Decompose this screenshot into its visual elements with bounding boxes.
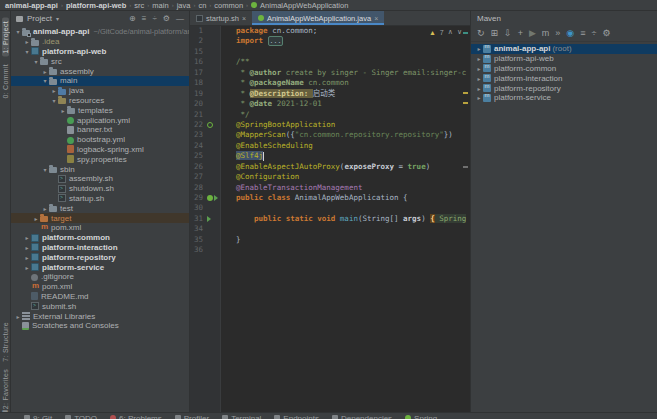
chevron-right-icon[interactable]: ▸ [23,234,31,241]
tree-row[interactable]: ▸.idea [11,37,189,47]
chevron-right-icon[interactable]: ▸ [59,107,67,114]
tool-window-button[interactable]: Terminal [222,414,261,419]
tree-row[interactable]: startup.sh [11,194,189,204]
chevron-down-icon[interactable]: ▾ [32,58,40,65]
breadcrumb-item[interactable]: java [177,1,191,10]
chevron-right-icon[interactable]: ▸ [475,75,483,82]
tool-window-button[interactable]: 9: Git [24,414,52,419]
tree-row[interactable]: ▸platform-interaction [11,243,189,253]
skip-tests-icon[interactable]: » [555,29,560,38]
chevron-down-icon[interactable]: ▾ [41,166,49,173]
close-icon[interactable]: × [242,15,246,22]
tool-window-button[interactable]: Endpoints [274,414,319,419]
download-sources-icon[interactable]: ⇩ [504,29,512,38]
tree-row[interactable]: ▾sbin [11,164,189,174]
tree-row[interactable]: ▸target [11,213,189,223]
editor-tab[interactable]: AnimalAppWebApplication.java× [252,11,384,25]
chevron-right-icon[interactable]: ▸ [14,313,22,320]
chevron-right-icon[interactable]: ▸ [475,85,483,92]
project-panel-title[interactable]: Project [27,14,52,23]
breadcrumb-item[interactable]: common [214,1,243,10]
tool-window-stripe-button[interactable]: 2: Favorites [2,369,9,409]
tree-row[interactable]: ▸assembly [11,66,189,76]
generate-sources-icon[interactable]: ⊞ [491,29,499,38]
tree-row[interactable]: ▸platform-service [11,262,189,272]
code-editor[interactable]: 1package cn.common;2import ...1516/**17 … [190,26,470,412]
locate-icon[interactable]: ⊕ [129,15,136,23]
tool-window-button[interactable]: Profiler [175,414,209,419]
offline-icon[interactable]: ◉ [566,29,574,38]
tree-row[interactable]: pom.xml [11,223,189,233]
tree-row[interactable]: ▸java [11,86,189,96]
add-icon[interactable]: + [518,29,523,38]
tree-row[interactable]: README.md [11,292,189,302]
refresh-icon[interactable]: ↻ [477,29,485,38]
chevron-right-icon[interactable]: ▸ [475,55,483,62]
tree-row[interactable]: ▸platform-common [11,233,189,243]
tool-window-button[interactable]: Spring [405,414,437,419]
tool-window-button[interactable]: 6: Problems [110,414,162,419]
tool-window-button[interactable]: TODO [65,414,97,419]
chevron-right-icon[interactable]: ▸ [41,205,49,212]
breadcrumb-item[interactable]: animal-app-api [5,1,58,10]
breadcrumb-item[interactable]: main [152,1,168,10]
chevron-right-icon[interactable]: ▸ [23,254,31,261]
tree-row[interactable]: ▾main [11,76,189,86]
chevron-down-icon[interactable]: ▾ [56,15,59,22]
tree-row[interactable]: ▸External Libraries [11,311,189,321]
chevron-right-icon[interactable]: ▸ [32,215,40,222]
tree-row[interactable]: ▾animal-app-api~/GitCode/animal-platform… [11,27,189,37]
tree-row[interactable]: ▾src [11,56,189,66]
breadcrumb-item[interactable]: AnimalAppWebApplication [260,1,348,10]
tree-row[interactable]: ▸test [11,203,189,213]
tree-row[interactable]: Scratches and Consoles [11,321,189,331]
tree-row[interactable]: banner.txt [11,125,189,135]
tool-window-stripe-button[interactable]: 0: Commit [2,64,9,99]
close-icon[interactable]: × [374,15,378,22]
tool-window-button[interactable]: Dependencies [332,414,392,419]
chevron-right-icon[interactable]: ▸ [23,264,31,271]
chevron-right-icon[interactable]: ▸ [50,87,58,94]
breadcrumb-item[interactable]: platform-api-web [66,1,126,10]
run-icon[interactable] [207,216,211,222]
tree-row[interactable]: logback-spring.xml [11,145,189,155]
collapse-all-icon[interactable]: ÷ [591,29,596,38]
maven-tree-row[interactable]: ▸platform-common [471,64,657,74]
maven-tree-row[interactable]: ▸platform-api-web [471,54,657,64]
prev-warning-icon[interactable]: ∧ [448,28,453,36]
wrench-icon[interactable]: ⚙ [602,29,610,38]
maven-tree-row[interactable]: ▸platform-service [471,93,657,103]
tool-window-stripe-button[interactable]: 7: Structure [2,322,9,362]
inspection-widget[interactable]: ▲ 7 ∧ ∨ [429,28,462,36]
tree-row[interactable]: assembly.sh [11,174,189,184]
tree-row[interactable]: pom.xml [11,282,189,292]
tree-row[interactable]: bootstrap.yml [11,135,189,145]
maven-goal-icon[interactable]: m [542,29,550,38]
chevron-right-icon[interactable]: ▸ [23,38,31,45]
tree-row[interactable]: ▾platform-api-web [11,47,189,57]
chevron-right-icon[interactable]: ▸ [475,94,483,101]
chevron-right-icon[interactable]: ▸ [475,45,483,52]
run-icon[interactable]: ▶ [529,29,536,38]
tree-row[interactable]: spy.properties [11,154,189,164]
tree-row[interactable]: submit.sh [11,301,189,311]
chevron-right-icon[interactable]: ▸ [475,65,483,72]
tree-row[interactable]: shutdown.sh [11,184,189,194]
chevron-down-icon[interactable]: ▾ [41,77,49,84]
chevron-down-icon[interactable]: ▾ [50,97,58,104]
run-icon[interactable] [214,195,218,201]
tree-row[interactable]: ▸templates [11,105,189,115]
chevron-right-icon[interactable]: ▸ [23,244,31,251]
maven-tree-row[interactable]: ▸animal-app-api(root) [471,44,657,54]
hide-icon[interactable]: — [176,15,184,23]
breadcrumb-item[interactable]: src [134,1,144,10]
breadcrumb-item[interactable]: cn [198,1,206,10]
editor-tab[interactable]: startup.sh× [190,11,252,25]
next-warning-icon[interactable]: ∨ [457,28,462,36]
settings-icon[interactable]: ⚙ [163,15,170,23]
chevron-down-icon[interactable]: ▾ [14,28,22,35]
chevron-right-icon[interactable]: ▸ [41,68,49,75]
tree-row[interactable]: ▾resources [11,96,189,106]
show-deps-icon[interactable]: ≡ [580,29,585,38]
chevron-down-icon[interactable]: ▾ [23,48,31,55]
